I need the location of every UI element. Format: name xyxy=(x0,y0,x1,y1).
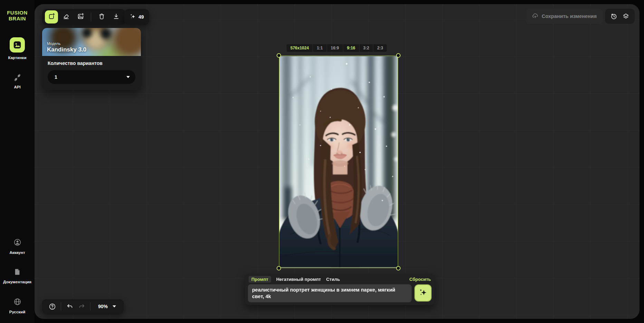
reset-button[interactable]: Сбросить xyxy=(409,277,431,282)
download-icon xyxy=(113,13,120,21)
pictures-icon xyxy=(10,37,25,53)
generate-button[interactable] xyxy=(414,284,432,302)
chevron-down-icon xyxy=(126,76,130,78)
trash-icon xyxy=(98,13,105,21)
tab-style[interactable]: Стиль xyxy=(326,277,340,282)
history-icon[interactable] xyxy=(610,13,617,20)
variants-label: Количество вариантов xyxy=(48,60,135,66)
eraser-button[interactable] xyxy=(59,10,73,23)
sidebar-item-label: Картинки xyxy=(8,56,27,60)
generated-image[interactable] xyxy=(279,56,398,268)
new-frame-button[interactable] xyxy=(45,10,58,23)
tab-negative-prompt[interactable]: Негативный промпт xyxy=(276,277,321,282)
brand-logo: FUSION BRAIN xyxy=(0,10,35,21)
tab-prompt[interactable]: Промпт xyxy=(249,276,271,283)
resize-handle-top-left[interactable] xyxy=(277,53,281,58)
sidebar-item-label: Документация xyxy=(3,280,31,284)
aspect-option-2-3[interactable]: 2:3 xyxy=(373,44,387,52)
layers-icon[interactable] xyxy=(622,13,629,20)
delete-button[interactable] xyxy=(95,10,108,23)
undo-icon[interactable] xyxy=(64,301,76,312)
top-right-tools xyxy=(605,9,635,24)
aspect-ratio-bar: 576x1024 1:1 16:9 9:16 3:2 2:3 xyxy=(287,44,387,52)
zoom-level-value: 90% xyxy=(98,304,108,309)
resize-handle-top-right[interactable] xyxy=(396,53,401,58)
download-button[interactable] xyxy=(109,10,123,23)
chevron-down-icon xyxy=(113,305,116,307)
sidebar: FUSION BRAIN Картинки xyxy=(0,0,35,323)
portrait-image xyxy=(279,56,398,268)
prompt-input[interactable]: реалистичный портрет женщины в зимнем па… xyxy=(248,284,412,302)
aspect-option-3-2[interactable]: 3:2 xyxy=(359,44,373,52)
resize-handle-bottom-right[interactable] xyxy=(396,266,401,270)
globe-icon xyxy=(13,298,21,306)
variants-value: 1 xyxy=(55,74,57,80)
save-changes-button[interactable]: Сохранить изменения xyxy=(526,9,603,24)
image-add-icon xyxy=(77,13,84,21)
add-frame-icon xyxy=(48,13,55,21)
brand-line2: BRAIN xyxy=(0,16,35,21)
cloud-upload-icon xyxy=(532,12,539,20)
sidebar-item-language[interactable]: Русский xyxy=(0,298,35,314)
model-select[interactable]: Модель Kandinsky 3.0 xyxy=(42,28,141,56)
credits-pill[interactable]: 49 xyxy=(124,9,149,25)
sparkles-icon xyxy=(129,13,136,21)
save-changes-label: Сохранить изменения xyxy=(542,13,597,19)
model-card: Модель Kandinsky 3.0 Количество варианто… xyxy=(42,28,141,90)
model-label: Модель xyxy=(47,41,86,46)
edit-toolbar xyxy=(42,9,125,25)
sidebar-item-account[interactable]: Аккаунт xyxy=(0,238,35,255)
aspect-option-size[interactable]: 576x1024 xyxy=(287,44,313,52)
footer-divider xyxy=(90,302,90,311)
prompt-tabs: Промпт Негативный промпт Стиль Сбросить xyxy=(248,276,432,284)
aspect-option-16-9[interactable]: 16:9 xyxy=(327,44,343,52)
account-icon xyxy=(13,238,21,246)
credits-count: 49 xyxy=(138,14,144,20)
aspect-option-9-16[interactable]: 9:16 xyxy=(343,44,359,52)
sidebar-item-pictures[interactable]: Картинки xyxy=(0,37,35,60)
redo-icon[interactable] xyxy=(76,301,87,312)
sidebar-item-api[interactable]: API xyxy=(0,73,35,89)
prompt-panel: Промпт Негативный промпт Стиль Сбросить … xyxy=(245,274,434,305)
eraser-icon xyxy=(63,13,70,21)
sidebar-item-docs[interactable]: Документация xyxy=(0,268,35,284)
canvas-footer-bar: 90% xyxy=(42,299,124,314)
insert-image-button[interactable] xyxy=(74,10,87,23)
sidebar-item-label: Аккаунт xyxy=(9,250,25,255)
model-name: Kandinsky 3.0 xyxy=(47,46,86,53)
aspect-option-1-1[interactable]: 1:1 xyxy=(313,44,326,52)
resize-handle-bottom-left[interactable] xyxy=(277,266,281,270)
sidebar-item-label: API xyxy=(14,85,20,89)
document-icon xyxy=(13,268,21,276)
plug-icon xyxy=(13,73,22,82)
sparkles-icon xyxy=(419,288,427,298)
brand-line1: FUSION xyxy=(0,10,35,16)
footer-divider xyxy=(61,302,61,311)
help-icon[interactable] xyxy=(46,301,58,312)
variants-dropdown[interactable]: 1 xyxy=(48,70,135,84)
app: FUSION BRAIN Картинки xyxy=(0,0,644,323)
zoom-level-dropdown[interactable]: 90% xyxy=(93,304,119,309)
workspace-canvas[interactable]: 49 Модель Kandinsky 3.0 Количество вариа… xyxy=(35,4,640,319)
toolbar-divider xyxy=(91,12,91,21)
sidebar-item-label: Русский xyxy=(9,310,25,314)
